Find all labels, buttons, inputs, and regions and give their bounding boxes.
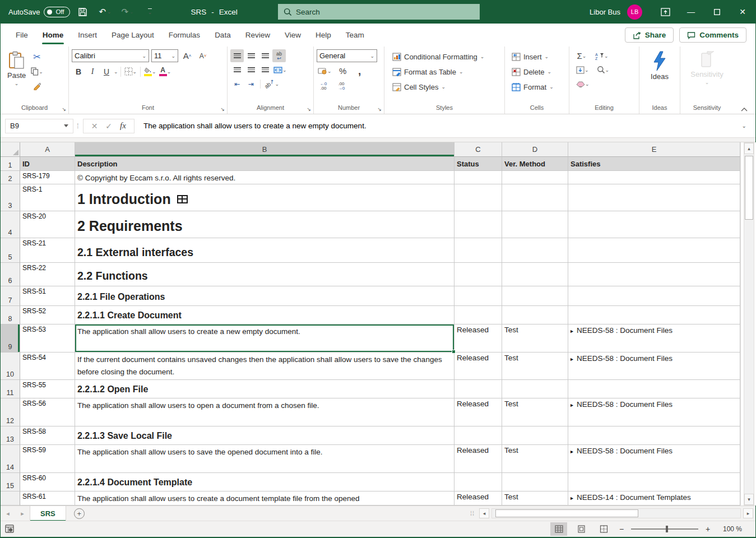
collapse-ribbon-button[interactable] — [741, 108, 748, 112]
id-cell[interactable]: SRS-21 — [20, 238, 75, 263]
redo-button[interactable]: ↷⌄ — [118, 3, 137, 20]
zoom-level[interactable]: 100 % — [717, 525, 742, 533]
id-cell[interactable]: SRS-54 — [20, 353, 75, 380]
ideas-button[interactable]: Ideas — [647, 49, 672, 103]
header-cell-A[interactable]: ID — [20, 157, 75, 171]
tab-review[interactable]: Review — [238, 24, 277, 47]
row-header-9[interactable]: 9 — [1, 324, 20, 353]
tab-page-layout[interactable]: Page Layout — [104, 24, 161, 47]
horizontal-scrollbar[interactable] — [491, 508, 741, 518]
ver-method-cell[interactable] — [502, 306, 568, 324]
satisfies-cell[interactable] — [568, 238, 740, 263]
number-dialog-launcher[interactable]: ↘ — [377, 106, 382, 112]
ver-method-cell[interactable] — [502, 286, 568, 306]
alignment-dialog-launcher[interactable]: ↘ — [307, 106, 311, 112]
description-cell[interactable]: 2.2 Functions — [75, 263, 454, 286]
id-cell[interactable]: SRS-22 — [20, 263, 75, 286]
column-header-B[interactable]: B — [75, 142, 454, 157]
status-cell[interactable]: Released — [454, 398, 502, 426]
minimize-button[interactable]: — — [678, 0, 704, 24]
id-cell[interactable]: SRS-61 — [20, 491, 75, 505]
satisfies-cell[interactable] — [568, 263, 740, 286]
ver-method-cell[interactable] — [502, 184, 568, 211]
id-cell[interactable]: SRS-60 — [20, 473, 75, 491]
satisfies-cell[interactable] — [568, 426, 740, 445]
ribbon-display-options-button[interactable] — [652, 0, 678, 24]
autosave-toggle[interactable]: AutoSave Off — [8, 7, 70, 17]
row-header-6[interactable]: 6 — [1, 263, 20, 286]
description-cell[interactable]: 2.2.1.4 Document Template — [75, 473, 454, 491]
clear-button[interactable]: ⌄ — [575, 77, 591, 90]
cell-styles-button[interactable]: Cell Styles⌄ — [390, 80, 502, 94]
status-cell[interactable] — [454, 306, 502, 324]
merge-center-button[interactable]: ⌄ — [272, 63, 288, 76]
ver-method-cell[interactable] — [502, 473, 568, 491]
satisfies-cell[interactable] — [568, 306, 740, 324]
page-break-preview-button[interactable] — [595, 522, 612, 536]
cut-button[interactable]: ✂ — [30, 50, 44, 63]
status-cell[interactable] — [454, 286, 502, 306]
format-as-table-button[interactable]: Format as Table⌄ — [390, 64, 502, 79]
row-header-15[interactable]: 15 — [1, 473, 20, 491]
enter-icon[interactable]: ✓ — [105, 122, 112, 131]
autosum-button[interactable]: Σ⌄ — [575, 49, 588, 62]
sheet-nav-left-icon[interactable]: ◂ — [1, 510, 15, 517]
row-header-12[interactable]: 12 — [1, 398, 20, 426]
normal-view-button[interactable] — [550, 522, 567, 536]
align-right-button[interactable] — [258, 63, 272, 76]
middle-align-button[interactable] — [244, 49, 258, 62]
row-header-7[interactable]: 7 — [1, 286, 20, 306]
id-cell[interactable]: SRS-179 — [20, 171, 75, 184]
save-button[interactable] — [73, 3, 92, 20]
column-header-A[interactable]: A — [20, 142, 75, 157]
row-header-1[interactable]: 1 — [1, 157, 20, 171]
font-color-button[interactable]: A⌄ — [158, 65, 173, 78]
description-cell[interactable]: The application shall allow users to cre… — [75, 324, 454, 353]
tab-data[interactable]: Data — [207, 24, 238, 47]
row-header-5[interactable]: 5 — [1, 238, 20, 263]
row-header-4[interactable]: 4 — [1, 211, 20, 238]
decrease-indent-button[interactable]: ⇤ — [230, 77, 244, 90]
tab-formulas[interactable]: Formulas — [161, 24, 207, 47]
satisfies-cell[interactable] — [568, 184, 740, 211]
horizontal-scroll-thumb[interactable] — [495, 509, 638, 517]
font-size-select[interactable]: 11⌄ — [151, 49, 178, 62]
wrap-text-button[interactable]: ab↩ — [272, 49, 286, 62]
share-button[interactable]: Share — [625, 27, 674, 43]
satisfies-cell[interactable] — [568, 380, 740, 398]
sort-filter-button[interactable]: AZ⌄ — [594, 49, 610, 62]
ver-method-cell[interactable] — [502, 380, 568, 398]
tab-split-handle[interactable]: ⁞⁞ — [470, 510, 475, 517]
id-cell[interactable]: SRS-52 — [20, 306, 75, 324]
font-dialog-launcher[interactable]: ↘ — [220, 106, 225, 112]
status-cell[interactable]: Released — [454, 445, 502, 473]
italic-button[interactable]: I — [86, 65, 99, 78]
row-header-13[interactable]: 13 — [1, 426, 20, 445]
hscroll-left-button[interactable]: ◂ — [479, 508, 489, 518]
id-cell[interactable]: SRS-53 — [20, 324, 75, 353]
center-button[interactable] — [244, 63, 258, 76]
find-select-button[interactable]: ⌄ — [596, 63, 611, 76]
header-cell-E[interactable]: Satisfies — [568, 157, 740, 171]
zoom-slider[interactable] — [631, 528, 698, 530]
scroll-down-button[interactable]: ▾ — [744, 494, 754, 505]
status-cell[interactable]: Released — [454, 491, 502, 505]
ver-method-cell[interactable]: Test — [502, 353, 568, 380]
copy-button[interactable]: ⌄ — [30, 65, 44, 78]
column-header-C[interactable]: C — [454, 142, 502, 157]
column-header-D[interactable]: D — [502, 142, 568, 157]
status-cell[interactable] — [454, 184, 502, 211]
new-sheet-button[interactable]: + — [74, 508, 85, 519]
comma-style-button[interactable]: , — [353, 64, 367, 77]
decrease-decimal-button[interactable]: .00→0 — [335, 80, 348, 92]
sheet-nav-right-icon[interactable]: ▸ — [15, 510, 30, 517]
accounting-format-button[interactable]: ⌄ — [317, 64, 333, 77]
ver-method-cell[interactable]: Test — [502, 491, 568, 505]
search-input[interactable]: Search — [278, 4, 480, 20]
customize-quick-access-button[interactable]: ⌄ — [141, 3, 160, 20]
description-cell[interactable]: 2 Requirements — [75, 211, 454, 238]
increase-font-size-button[interactable]: A˄ — [180, 49, 194, 62]
name-box[interactable]: B9 — [5, 119, 73, 133]
delete-cells-button[interactable]: Delete⌄ — [509, 64, 566, 79]
sensitivity-button[interactable]: Sensitivity ⌄ — [687, 49, 727, 103]
